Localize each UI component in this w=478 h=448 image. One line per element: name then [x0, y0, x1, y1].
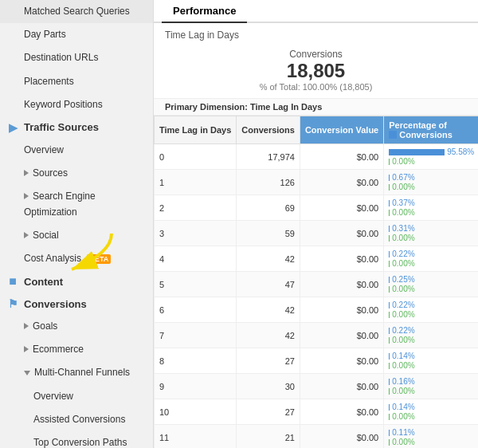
cell-conversions: 30 [237, 374, 300, 399]
sidebar-item-top-conversion-paths[interactable]: Top Conversion Paths [0, 431, 153, 448]
cell-pct: 0.25% 0.00% [384, 272, 478, 297]
arrow-right-icon [24, 193, 29, 199]
cell-lag: 7 [155, 323, 237, 348]
cell-lag: 0 [155, 144, 237, 170]
sidebar-top-items: Matched Search Queries Day Parts Destina… [0, 0, 153, 116]
arrow-down-icon [24, 371, 30, 375]
traffic-sources-children: Overview Sources Search Engine Optimizat… [0, 139, 153, 270]
sidebar-item-keyword-positions[interactable]: Keyword Positions [0, 93, 153, 116]
sidebar-item-ts-social[interactable]: Social [0, 224, 153, 247]
col-header-conversions[interactable]: Conversions [237, 116, 300, 144]
table-row: 11 21 $0.00 0.11% 0.00% [155, 425, 479, 449]
cell-pct: 0.22% 0.00% [384, 297, 478, 323]
cell-conversions: 27 [237, 399, 300, 425]
conversions-summary-label: Conversions [154, 49, 478, 60]
cell-conversions: 69 [237, 195, 300, 221]
cell-lag: 3 [155, 221, 237, 246]
cell-conv-value: $0.00 [300, 425, 383, 449]
cell-conv-value: $0.00 [300, 246, 383, 272]
conversions-children: Goals Ecommerce Multi-Channel Funnels Ov… [0, 315, 153, 448]
cell-conv-value: $0.00 [300, 272, 383, 297]
col-header-pct[interactable]: Percentage of Conversions [384, 116, 478, 144]
cell-pct: 95.58% 0.00% [384, 144, 478, 170]
sidebar-item-assisted-conversions[interactable]: Assisted Conversions [0, 408, 153, 431]
cell-pct: 0.16% 0.00% [384, 374, 478, 399]
cell-lag: 8 [155, 348, 237, 374]
cell-pct: 0.14% 0.00% [384, 348, 478, 374]
cell-conversions: 17,974 [237, 144, 300, 170]
sidebar-item-mcf[interactable]: Multi-Channel Funnels [0, 361, 153, 384]
cell-conversions: 21 [237, 425, 300, 449]
primary-dim-label: Primary Dimension: [165, 102, 248, 112]
table-row: 0 17,974 $0.00 95.58% 0.00% [155, 144, 479, 170]
cell-conv-value: $0.00 [300, 399, 383, 425]
col-header-lag[interactable]: Time Lag in Days [155, 116, 237, 144]
cell-lag: 1 [155, 170, 237, 195]
cell-lag: 10 [155, 399, 237, 425]
cell-conv-value: $0.00 [300, 144, 383, 170]
sidebar-item-ts-cost-analysis[interactable]: Cost Analysis BETA [0, 247, 153, 270]
primary-dim-value: Time Lag In Days [250, 102, 322, 112]
conversions-icon: ⚑ [6, 297, 19, 310]
table-row: 8 27 $0.00 0.14% 0.00% [155, 348, 479, 374]
sidebar-item-ts-sources[interactable]: Sources [0, 162, 153, 185]
sidebar-item-ecommerce[interactable]: Ecommerce [0, 338, 153, 361]
cell-lag: 5 [155, 272, 237, 297]
cell-conv-value: $0.00 [300, 170, 383, 195]
arrow-right-icon [24, 232, 29, 238]
cell-conversions: 59 [237, 221, 300, 246]
sidebar-item-placements[interactable]: Placements [0, 70, 153, 93]
table-row: 10 27 $0.00 0.14% 0.00% [155, 399, 479, 425]
cell-conversions: 42 [237, 323, 300, 348]
sidebar-section-traffic-sources[interactable]: ▶ Traffic Sources [0, 116, 153, 139]
cell-conversions: 47 [237, 272, 300, 297]
cell-conv-value: $0.00 [300, 297, 383, 323]
table-row: 3 59 $0.00 0.31% 0.00% [155, 221, 479, 246]
cell-pct: 0.31% 0.00% [384, 221, 478, 246]
cell-lag: 4 [155, 246, 237, 272]
page-subtitle: Time Lag in Days [165, 29, 467, 41]
arrow-right-icon [24, 323, 29, 329]
col-header-conv-value[interactable]: Conversion Value [300, 116, 383, 144]
content-label: Content [24, 276, 63, 288]
table-row: 9 30 $0.00 0.16% 0.00% [155, 374, 479, 399]
conversions-big-number: 18,805 [154, 60, 478, 82]
cell-conversions: 27 [237, 348, 300, 374]
conversions-total-pct: % of Total: 100.00% (18,805) [154, 82, 478, 92]
cell-lag: 9 [155, 374, 237, 399]
sidebar-section-content[interactable]: ■ Content [0, 270, 153, 293]
sidebar-item-mcf-overview[interactable]: Overview [0, 385, 153, 408]
traffic-sources-label: Traffic Sources [24, 121, 99, 133]
traffic-sources-icon: ▶ [6, 121, 19, 134]
cell-lag: 6 [155, 297, 237, 323]
cell-pct: 0.22% 0.00% [384, 246, 478, 272]
tab-performance[interactable]: Performance [162, 0, 247, 23]
cell-conv-value: $0.00 [300, 348, 383, 374]
sidebar-item-ts-overview[interactable]: Overview [0, 139, 153, 162]
cell-conv-value: $0.00 [300, 195, 383, 221]
cell-pct: 0.11% 0.00% [384, 425, 478, 449]
sidebar-item-goals[interactable]: Goals [0, 315, 153, 338]
primary-dimension-bar: Primary Dimension: Time Lag In Days [154, 98, 478, 116]
cell-pct: 0.37% 0.00% [384, 195, 478, 221]
sidebar-item-destination-urls[interactable]: Destination URLs [0, 46, 153, 69]
table-row: 4 42 $0.00 0.22% 0.00% [155, 246, 479, 272]
sidebar-item-ts-seo[interactable]: Search Engine Optimization [0, 185, 153, 223]
arrow-right-icon [24, 346, 29, 352]
table-row: 2 69 $0.00 0.37% 0.00% [155, 195, 479, 221]
tab-bar: Performance [154, 0, 478, 23]
content-header: Time Lag in Days [154, 23, 478, 44]
sidebar-section-conversions[interactable]: ⚑ Conversions [0, 293, 153, 315]
sidebar-item-day-parts[interactable]: Day Parts [0, 23, 153, 46]
content-icon: ■ [6, 275, 19, 288]
beta-badge: BETA [87, 254, 111, 264]
main-content: Performance Time Lag in Days Conversions… [154, 0, 478, 448]
cell-conv-value: $0.00 [300, 323, 383, 348]
cell-conversions: 126 [237, 170, 300, 195]
cell-pct: 0.14% 0.00% [384, 399, 478, 425]
cell-pct: 0.67% 0.00% [384, 170, 478, 195]
cell-pct: 0.22% 0.00% [384, 323, 478, 348]
sidebar-item-matched-search[interactable]: Matched Search Queries [0, 0, 153, 23]
arrow-right-icon [24, 170, 29, 176]
table-row: 6 42 $0.00 0.22% 0.00% [155, 297, 479, 323]
